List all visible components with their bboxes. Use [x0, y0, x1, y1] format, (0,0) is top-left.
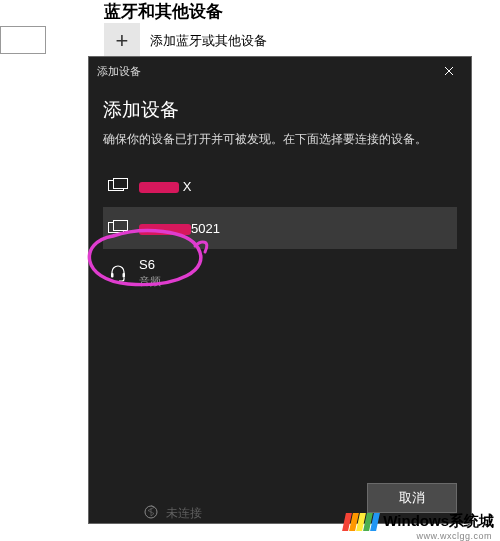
svg-rect-5	[123, 273, 126, 278]
close-icon[interactable]	[435, 57, 463, 85]
status-text: 未连接	[166, 505, 202, 522]
display-icon	[107, 178, 129, 194]
device-name: X	[139, 179, 191, 194]
plus-icon[interactable]: +	[104, 23, 140, 59]
watermark-sub: www.wxclgg.com	[416, 531, 492, 541]
add-bluetooth-row[interactable]: + 添加蓝牙或其他设备	[104, 23, 267, 59]
device-item[interactable]: 5021	[103, 207, 457, 249]
cancel-button[interactable]: 取消	[367, 483, 457, 513]
device-subtype: 音频	[139, 274, 161, 289]
device-list: X 5021	[103, 165, 457, 297]
dialog-subtitle: 确保你的设备已打开并可被发现。在下面选择要连接的设备。	[103, 131, 457, 147]
watermark-flag-icon	[344, 513, 379, 531]
search-input[interactable]	[0, 26, 46, 54]
dialog-titlebar: 添加设备	[89, 57, 471, 85]
svg-rect-3	[114, 221, 128, 231]
bluetooth-off-icon	[144, 505, 160, 521]
headset-icon	[107, 264, 129, 282]
device-item[interactable]: X	[103, 165, 457, 207]
page-title: 蓝牙和其他设备	[104, 0, 223, 23]
dialog-titlebar-text: 添加设备	[97, 64, 435, 79]
add-bluetooth-label: 添加蓝牙或其他设备	[150, 32, 267, 50]
watermark: Windows系统城	[344, 512, 494, 531]
device-item[interactable]: S6 音频	[103, 249, 457, 297]
dialog-heading: 添加设备	[103, 97, 457, 123]
device-name: 5021	[139, 221, 220, 236]
add-device-dialog: 添加设备 添加设备 确保你的设备已打开并可被发现。在下面选择要连接的设备。 X	[88, 56, 472, 524]
display-icon	[107, 220, 129, 236]
device-name: S6	[139, 257, 161, 272]
svg-rect-4	[111, 273, 114, 278]
watermark-text: Windows系统城	[383, 512, 494, 531]
svg-rect-1	[114, 179, 128, 189]
